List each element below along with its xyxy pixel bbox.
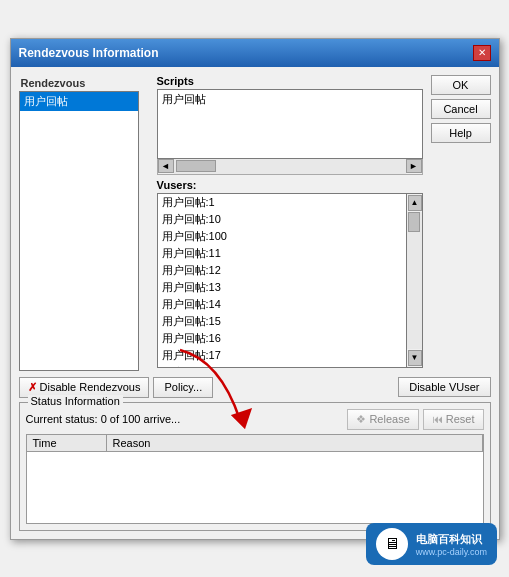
scroll-thumb[interactable] [176,160,216,172]
right-panel: Scripts 用户回帖 ◄ ► [157,75,423,371]
title-controls: ✕ [473,45,491,61]
brand-icon: 🖥 [376,528,408,560]
list-item[interactable]: 用户回帖:1 [158,194,406,211]
scripts-label: Scripts [157,75,423,87]
cancel-button[interactable]: Cancel [431,99,491,119]
scroll-right-btn[interactable]: ► [406,159,422,173]
vusers-section: Vusers: 用户回帖:1 用户回帖:10 用户回帖:100 用户回帖:11 … [157,179,423,368]
status-header: Current status: 0 of 100 arrive... ❖ Rel… [26,409,484,430]
scripts-listbox[interactable]: 用户回帖 [157,89,423,159]
reset-icon: ⏮ [432,413,443,425]
disable-rendezvous-label: Disable Rendezvous [40,381,141,393]
status-action-buttons: ❖ Release ⏮ Reset [347,409,483,430]
main-window: Rendezvous Information ✕ Rendezvous 用户回帖… [10,38,500,540]
status-text-label: Current status: 0 of 100 [26,413,141,425]
scripts-row: Scripts 用户回帖 ◄ ► [157,75,423,175]
rendezvous-label: Rendezvous [19,75,149,91]
brand-name: 电脑百科知识 [416,532,487,547]
status-table: Time Reason [26,434,484,524]
list-item[interactable]: 用户回帖:14 [158,296,406,313]
status-group: Status Information Current status: 0 of … [19,402,491,531]
status-current: Current status: 0 of 100 arrive... [26,413,181,425]
release-button[interactable]: ❖ Release [347,409,418,430]
window-title: Rendezvous Information [19,46,159,60]
status-table-header: Time Reason [27,435,483,452]
brand-url: www.pc-daily.com [416,547,487,557]
col-time: Time [27,435,107,451]
rendezvous-item[interactable]: 用户回帖 [20,92,138,111]
list-item[interactable]: 用户回帖:18 [158,364,406,368]
disable-vuser-wrapper: Disable VUser [398,377,490,398]
close-button[interactable]: ✕ [473,45,491,61]
vscroll-down-btn[interactable]: ▼ [408,350,422,366]
scripts-scrollbar[interactable]: ◄ ► [157,159,423,175]
vscroll-up-btn[interactable]: ▲ [408,195,422,211]
title-bar: Rendezvous Information ✕ [11,39,499,67]
list-item[interactable]: 用户回帖:10 [158,211,406,228]
scripts-group: Scripts 用户回帖 ◄ ► [157,75,423,175]
brand-info: 电脑百科知识 www.pc-daily.com [416,532,487,557]
disable-vuser-button[interactable]: Disable VUser [398,377,490,397]
vscroll-track [407,212,422,349]
list-item[interactable]: 用户回帖:16 [158,330,406,347]
policy-button[interactable]: Policy... [153,377,213,398]
list-item[interactable]: 用户回帖:13 [158,279,406,296]
list-item[interactable]: 用户回帖:100 [158,228,406,245]
main-area: Rendezvous 用户回帖 Scripts 用户回帖 [19,75,491,371]
scripts-item[interactable]: 用户回帖 [158,90,422,109]
vusers-label: Vusers: [157,179,423,191]
vusers-scrollbar[interactable]: ▲ ▼ [407,193,423,368]
arrived-text: arrive... [144,413,181,425]
reset-label: Reset [446,413,475,425]
list-item[interactable]: 用户回帖:12 [158,262,406,279]
list-item[interactable]: 用户回帖:15 [158,313,406,330]
status-group-label: Status Information [28,395,123,407]
release-icon: ❖ [356,413,366,426]
vscroll-thumb[interactable] [408,212,420,232]
rendezvous-panel: Rendezvous 用户回帖 [19,75,149,371]
col-reason: Reason [107,435,483,451]
ok-button[interactable]: OK [431,75,491,95]
rendezvous-listbox[interactable]: 用户回帖 [19,91,139,371]
scroll-left-btn[interactable]: ◄ [158,159,174,173]
action-buttons: OK Cancel Help [431,75,491,371]
list-item[interactable]: 用户回帖:17 [158,347,406,364]
scroll-track [174,159,406,174]
help-button[interactable]: Help [431,123,491,143]
reset-button[interactable]: ⏮ Reset [423,409,484,430]
list-item[interactable]: 用户回帖:11 [158,245,406,262]
vusers-inner: 用户回帖:1 用户回帖:10 用户回帖:100 用户回帖:11 用户回帖:12 … [157,193,407,368]
brand-watermark: 🖥 电脑百科知识 www.pc-daily.com [366,523,497,565]
window-body: Rendezvous 用户回帖 Scripts 用户回帖 [11,67,499,539]
release-label: Release [369,413,409,425]
vusers-listbox[interactable]: 用户回帖:1 用户回帖:10 用户回帖:100 用户回帖:11 用户回帖:12 … [157,193,423,368]
x-icon: ✗ [28,381,37,394]
